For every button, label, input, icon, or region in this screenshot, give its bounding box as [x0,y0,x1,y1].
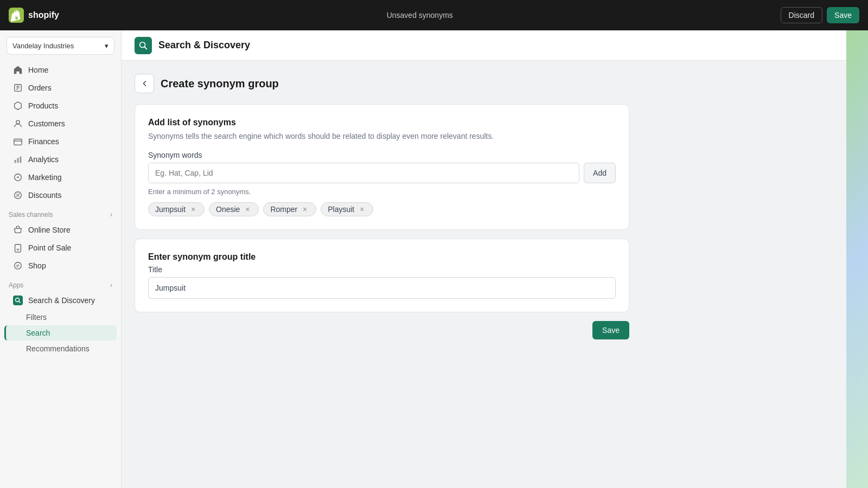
store-selector[interactable]: Vandelay Industries ▾ [7,37,114,55]
topbar-actions: Discard Save [781,7,859,23]
marketing-icon [13,172,23,182]
sidebar-sub-recommendations[interactable]: Recommendations [4,341,117,356]
main-content: Search & Discovery Create synonym group … [122,30,846,488]
sidebar-item-point-of-sale[interactable]: Point of Sale [4,239,117,256]
sidebar-item-label: Analytics [28,155,59,164]
remove-jumpsuit-button[interactable]: × [189,205,197,214]
tag-playsuit: Playsuit × [321,202,373,216]
save-top-button[interactable]: Save [827,7,859,23]
page-status-title: Unsaved synonyms [68,11,772,20]
sidebar-item-discounts[interactable]: Discounts [4,187,117,204]
sidebar-item-orders[interactable]: Orders [4,79,117,97]
products-icon [13,101,23,111]
sidebar-item-label: Online Store [28,226,71,234]
search-discovery-app-icon [13,296,23,305]
sidebar-item-label: Search & Discovery [28,296,95,305]
synonym-group-title-input[interactable] [148,277,616,299]
bottom-actions: Save [135,321,629,339]
sidebar-item-label: Finances [28,137,59,146]
sidebar-item-label: Orders [28,84,52,92]
right-gradient-panel [846,30,868,488]
sidebar-item-home[interactable]: Home [4,61,117,79]
svg-rect-6 [14,139,22,145]
save-bottom-button[interactable]: Save [592,321,629,339]
expand-icon[interactable]: › [110,211,112,219]
tag-romper: Romper × [263,202,316,216]
svg-point-20 [16,298,20,302]
synonym-input[interactable] [148,163,579,183]
svg-line-23 [144,47,146,49]
sidebar-item-finances[interactable]: Finances [4,133,117,150]
sidebar: Vandelay Industries ▾ Home Orders Produc… [0,30,122,488]
page-header: Search & Discovery [122,30,846,61]
title-card-title: Enter synonym group title [148,252,616,262]
home-icon [13,65,23,75]
title-card: Enter synonym group title Title [135,239,629,312]
remove-romper-button[interactable]: × [301,205,309,214]
synonym-input-row: Add [148,163,616,183]
sidebar-item-customers[interactable]: Customers [4,115,117,132]
sidebar-item-label: Shop [28,261,46,270]
topbar: shopify Unsaved synonyms Discard Save [0,0,868,30]
shop-icon [13,261,23,271]
app-header-icon [135,37,152,54]
sidebar-sub-filters[interactable]: Filters [4,310,117,325]
online-store-icon [13,225,23,235]
remove-onesie-button[interactable]: × [243,205,252,214]
sidebar-item-analytics[interactable]: Analytics [4,151,117,168]
title-field-label: Title [148,265,616,274]
svg-point-14 [16,194,17,195]
orders-icon [13,83,23,93]
synonym-words-label: Synonym words [148,151,616,159]
tag-label: Jumpsuit [155,205,186,214]
svg-rect-8 [15,160,16,163]
page-header-title: Search & Discovery [158,40,250,51]
sidebar-item-label: Home [28,66,48,74]
synonyms-card: Add list of synonyms Synonyms tells the … [135,104,629,230]
remove-playsuit-button[interactable]: × [358,205,366,214]
tag-onesie: Onesie × [209,202,259,216]
synonyms-card-title: Add list of synonyms [148,118,616,127]
analytics-icon [13,155,23,164]
finances-icon [13,137,23,146]
sidebar-item-products[interactable]: Products [4,97,117,114]
page-content: Create synonym group Add list of synonym… [122,61,642,352]
sidebar-item-label: Discounts [28,191,61,200]
svg-point-18 [17,251,18,252]
svg-rect-9 [17,158,19,163]
apps-label: Apps [9,281,23,289]
sidebar-item-marketing[interactable]: Marketing [4,169,117,186]
sidebar-item-search-discovery[interactable]: Search & Discovery [4,292,117,309]
sidebar-item-label: Customers [28,119,65,128]
sidebar-sub-label: Search [26,329,50,337]
sidebar-item-label: Marketing [28,173,61,182]
logo-text: shopify [28,10,59,20]
tag-label: Onesie [216,205,240,214]
tag-label: Romper [270,205,297,214]
svg-line-21 [19,301,21,303]
sidebar-item-shop[interactable]: Shop [4,257,117,274]
sidebar-sub-search[interactable]: Search [4,325,117,341]
discard-button[interactable]: Discard [781,7,822,23]
svg-point-19 [15,262,22,269]
sidebar-item-online-store[interactable]: Online Store [4,221,117,239]
customers-icon [13,119,23,129]
synonym-tags: Jumpsuit × Onesie × Romper × Playsuit × [148,202,616,216]
sidebar-sub-label: Filters [26,313,47,322]
svg-point-5 [16,120,20,124]
tag-label: Playsuit [328,205,354,214]
sales-channels-section: Sales channels › [0,204,121,221]
sidebar-item-label: Products [28,101,58,110]
add-synonym-button[interactable]: Add [584,163,616,183]
svg-point-15 [18,196,20,197]
sales-channels-label: Sales channels [9,211,53,219]
apps-section: Apps › [0,275,121,291]
expand-apps-icon[interactable]: › [110,281,112,289]
content-title-bar: Create synonym group [135,74,629,93]
tag-jumpsuit: Jumpsuit × [148,202,205,216]
pos-icon [13,243,23,253]
shopify-logo: shopify [9,8,59,23]
back-button[interactable] [135,74,154,93]
content-title: Create synonym group [161,78,279,90]
discounts-icon [13,190,23,200]
